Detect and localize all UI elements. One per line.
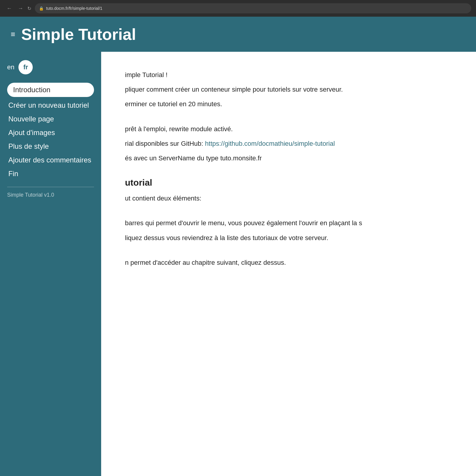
sidebar-item-creer[interactable]: Créer un nouveau tutoriel <box>7 99 94 112</box>
sidebar-item-fin[interactable]: Fin <box>7 167 94 180</box>
menu-line1: barres qui permet d'ouvrir le menu, vous… <box>125 218 458 228</box>
prereq-line1: prêt à l'emploi, rewrite module activé. <box>125 124 458 134</box>
lock-icon: 🔒 <box>39 6 44 11</box>
intro-line1: imple Tutorial ! <box>125 70 458 80</box>
menu-section: barres qui permet d'ouvrir le menu, vous… <box>125 218 458 243</box>
lang-en-button[interactable]: en <box>7 63 14 71</box>
structure-heading: utorial <box>125 178 458 188</box>
hamburger-icon[interactable]: ≡ <box>11 30 15 39</box>
lang-fr-button[interactable]: fr <box>18 60 33 74</box>
url-text: tuto.docm.fr/fr/simple-tutorial/1 <box>46 6 102 11</box>
structure-line1: ut contient deux éléments: <box>125 193 458 203</box>
github-link[interactable]: https://github.com/docmathieu/simple-tut… <box>205 140 335 147</box>
back-button[interactable]: ← <box>5 4 14 13</box>
sidebar-item-plus-style[interactable]: Plus de style <box>7 140 94 153</box>
prereq-section: prêt à l'emploi, rewrite module activé. … <box>125 124 458 164</box>
intro-line2: pliquer comment créer un conteneur simpl… <box>125 84 458 95</box>
nav-line: n permet d'accéder au chapitre suivant, … <box>125 257 458 268</box>
browser-chrome: ← → ↻ 🔒 tuto.docm.fr/fr/simple-tutorial/… <box>0 0 476 17</box>
intro-section: imple Tutorial ! pliquer comment créer u… <box>125 70 458 109</box>
sidebar-divider <box>7 187 94 187</box>
main-layout: en fr Introduction Créer un nouveau tuto… <box>0 52 476 476</box>
menu-line2: liquez dessus vous reviendrez à la liste… <box>125 233 458 243</box>
sidebar: en fr Introduction Créer un nouveau tuto… <box>0 52 101 476</box>
sidebar-version: Simple Tutorial v1.0 <box>7 192 94 198</box>
sidebar-item-ajout-images[interactable]: Ajout d'images <box>7 126 94 139</box>
nav-buttons: ← → ↻ <box>5 4 31 13</box>
forward-button[interactable]: → <box>16 4 25 13</box>
sidebar-item-nouvelle-page[interactable]: Nouvelle page <box>7 112 94 126</box>
page-title: Simple Tutorial <box>21 25 136 43</box>
sidebar-item-commentaires[interactable]: Ajouter des commentaires <box>7 154 94 167</box>
structure-section: utorial ut contient deux éléments: <box>125 178 458 203</box>
lang-switcher: en fr <box>7 60 94 74</box>
address-bar[interactable]: 🔒 tuto.docm.fr/fr/simple-tutorial/1 <box>35 3 471 13</box>
nav-section: n permet d'accéder au chapitre suivant, … <box>125 257 458 268</box>
content-area: imple Tutorial ! pliquer comment créer u… <box>101 52 476 476</box>
prereq-line2: rial disponibles sur GitHub: https://git… <box>125 138 458 149</box>
page-header: ≡ Simple Tutorial <box>0 17 476 52</box>
intro-line3: erminer ce tutoriel en 20 minutes. <box>125 99 458 109</box>
sidebar-item-introduction[interactable]: Introduction <box>7 83 94 97</box>
prereq-line3: és avec un ServerName du type tuto.monsi… <box>125 153 458 163</box>
refresh-button[interactable]: ↻ <box>27 6 31 11</box>
